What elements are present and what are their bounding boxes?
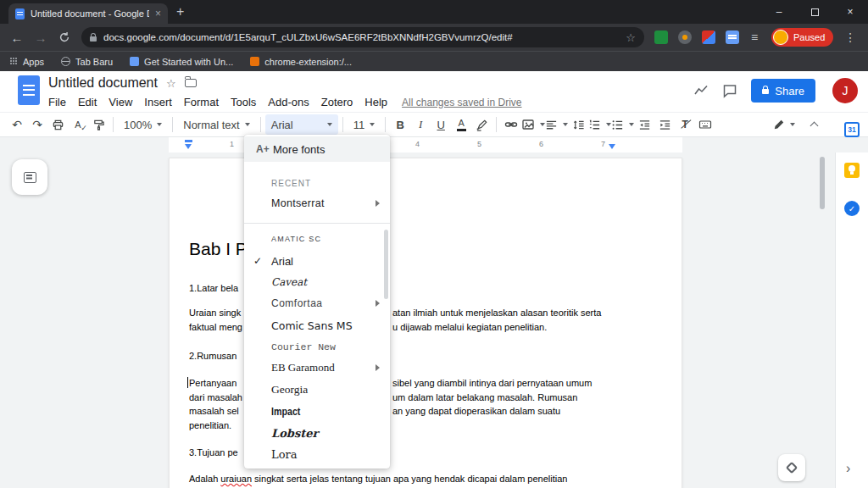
menu-format[interactable]: Format [178,94,225,110]
hide-menus-button[interactable] [804,114,824,135]
calendar-icon[interactable]: 31 [844,122,860,137]
tasks-icon[interactable]: ✓ [844,201,860,216]
menu-tools[interactable]: Tools [225,94,262,110]
bulleted-list-button[interactable] [611,114,634,135]
insert-link-button[interactable] [501,114,521,135]
document-heading[interactable]: Bab I P [189,239,248,259]
bookmark-star-icon[interactable]: ☆ [626,31,636,44]
font-option-courier-new[interactable]: Courier New [244,336,390,358]
forward-button[interactable]: → [31,27,51,47]
tab-close-icon[interactable]: × [155,8,161,19]
extension-icon[interactable] [678,30,692,44]
browser-menu-button[interactable]: ⋮ [842,30,859,44]
menu-help[interactable]: Help [359,94,393,110]
left-indent-marker[interactable] [185,144,192,149]
keep-icon[interactable] [844,163,860,178]
font-option-comic-sans[interactable]: Comic Sans MS [244,314,390,336]
undo-button[interactable]: ↶ [7,114,27,135]
numbered-list-button[interactable] [588,114,611,135]
clear-formatting-button[interactable]: T [675,114,695,135]
extension-icon[interactable]: ≡ [746,30,763,44]
font-size-select[interactable]: 11 [348,114,381,135]
bookmark-tab-baru[interactable]: Tab Baru [61,57,113,67]
maximize-button[interactable] [797,0,832,24]
text-color-button[interactable]: A [451,114,471,135]
star-document-icon[interactable]: ☆ [166,77,176,90]
highlight-color-button[interactable] [471,114,492,135]
font-option-montserrat[interactable]: Montserrat [244,192,390,214]
print-button[interactable] [47,114,68,135]
url-text[interactable]: docs.google.com/document/d/1E5arquT_cULZ… [103,32,619,42]
document-line[interactable]: Adalah uraiuan singkat serta jelas tenta… [189,473,666,486]
font-option-amatic-sc[interactable]: Amatic SC [244,228,390,250]
first-line-indent-marker[interactable] [185,140,192,142]
ruler-number: 5 [477,140,481,148]
minimize-button[interactable]: – [761,0,797,24]
font-option-comfortaa[interactable]: Comfortaa [244,292,390,314]
bookmark-get-started[interactable]: Get Started with Un... [130,57,233,67]
comments-icon[interactable] [722,83,737,98]
menu-addons[interactable]: Add-ons [262,94,314,110]
extension-icon[interactable] [726,30,739,44]
decrease-indent-button[interactable] [634,114,654,135]
paint-format-button[interactable] [88,114,108,135]
collapse-rail-icon[interactable]: › [846,461,850,476]
input-tools-button[interactable] [695,114,715,135]
font-option-impact[interactable]: Impact [244,400,390,422]
account-avatar[interactable]: J [832,78,858,103]
document-title[interactable]: Untitled document [48,75,158,91]
bookmark-extension[interactable]: chrome-extension:/... [250,57,352,67]
browser-tab[interactable]: Untitled document - Google Doc × [8,3,168,24]
selected-check-icon: ✓ [253,255,262,267]
redo-button[interactable]: ↷ [27,114,47,135]
editing-mode-button[interactable] [773,114,795,135]
clear-formatting-icon: T [682,119,688,130]
menu-file[interactable]: File [42,94,72,110]
move-folder-icon[interactable] [185,79,197,87]
increase-indent-button[interactable] [654,114,675,135]
insert-image-button[interactable] [521,114,545,135]
underline-button[interactable]: U [431,114,451,135]
italic-button[interactable]: I [410,114,431,135]
bold-button[interactable]: B [390,114,410,135]
show-outline-button[interactable] [12,159,47,195]
font-option-caveat[interactable]: Caveat [244,271,390,293]
zoom-select[interactable]: 100% [118,114,168,135]
reload-button[interactable] [54,27,75,47]
align-button[interactable] [545,114,568,135]
text-cursor [187,377,188,388]
extension-icon[interactable] [654,30,668,44]
menu-edit[interactable]: Edit [72,94,103,110]
share-button[interactable]: Share [751,79,815,103]
close-window-button[interactable]: × [832,0,868,24]
sync-paused-chip[interactable]: Paused [771,28,833,47]
font-option-georgia[interactable]: Georgia [244,379,390,401]
vertical-scrollbar[interactable] [820,157,825,209]
back-button[interactable]: ← [7,27,27,47]
spellcheck-button[interactable]: A✓ [68,114,88,135]
paint-roller-icon [92,119,105,131]
save-status[interactable]: All changes saved in Drive [402,97,521,108]
font-family-select[interactable]: Arial [265,114,338,135]
docs-logo-icon[interactable] [18,75,40,105]
explore-button[interactable] [778,454,805,481]
dropdown-scrollbar[interactable] [384,230,388,299]
paragraph-style-select[interactable]: Normal text [177,114,255,135]
font-option-lobster[interactable]: Lobster [244,422,390,444]
line-spacing-button[interactable] [568,114,588,135]
right-indent-marker[interactable] [609,144,615,149]
new-tab-button[interactable]: + [176,4,184,19]
font-option-arial[interactable]: ✓ Arial [244,250,390,272]
font-option-eb-garamond[interactable]: EB Garamond [244,357,390,379]
insights-icon[interactable] [693,83,709,98]
more-fonts-item[interactable]: A+ More fonts [244,136,390,162]
ruler[interactable]: 1 2 3 4 5 6 7 [0,137,868,152]
font-option-lora[interactable]: Lora [244,443,390,465]
menu-zotero[interactable]: Zotero [315,94,359,110]
bookmark-favicon [250,57,259,66]
menu-view[interactable]: View [103,94,138,110]
menu-insert[interactable]: Insert [138,94,178,110]
bookmark-apps[interactable]: Apps [10,57,44,67]
address-bar[interactable]: docs.google.com/document/d/1E5arquT_cULZ… [81,27,644,47]
extension-icon[interactable] [702,30,715,44]
